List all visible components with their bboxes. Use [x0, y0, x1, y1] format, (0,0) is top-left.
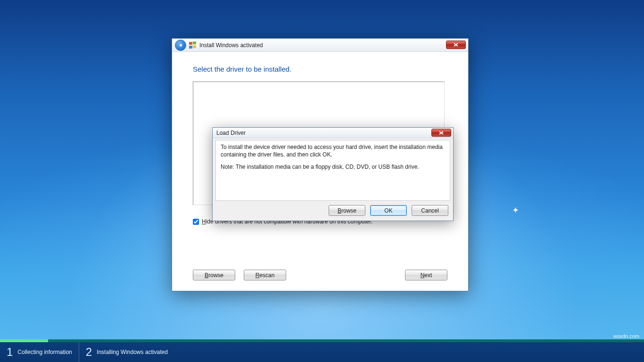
- browse-button[interactable]: Browse: [193, 270, 235, 280]
- dialog-ok-button[interactable]: OK: [370, 205, 407, 216]
- back-button[interactable]: [175, 40, 186, 51]
- hide-label-accel: H: [202, 218, 206, 225]
- close-icon: [454, 43, 458, 47]
- dialog-buttons: Browse OK Cancel: [329, 205, 448, 216]
- page-heading: Select the driver to be installed.: [193, 65, 447, 73]
- setup-steps-bar: 1 Collecting information 2 Installing Wi…: [0, 342, 644, 362]
- svg-rect-2: [189, 46, 192, 49]
- window-close-button[interactable]: [446, 41, 466, 49]
- step-separator: [79, 342, 79, 362]
- window-footer-buttons: Browse Rescan Next: [193, 270, 447, 280]
- window-titlebar: Install Windows activated: [172, 39, 468, 52]
- dialog-titlebar: Load Driver: [213, 128, 453, 138]
- window-title: Install Windows activated: [199, 42, 263, 49]
- decorative-bird: ✦: [512, 205, 519, 215]
- dialog-body: To install the device driver needed to a…: [215, 140, 450, 201]
- source-watermark: wsxdn.com: [613, 333, 639, 339]
- dialog-cancel-button[interactable]: Cancel: [412, 205, 448, 216]
- dialog-text-1: To install the device driver needed to a…: [221, 143, 445, 158]
- close-icon: [439, 131, 444, 135]
- rescan-button[interactable]: Rescan: [244, 270, 286, 280]
- load-driver-dialog: Load Driver To install the device driver…: [212, 127, 454, 221]
- svg-rect-3: [193, 45, 196, 48]
- svg-rect-1: [193, 41, 196, 44]
- windows-flag-icon: [189, 41, 197, 49]
- step-1-label: Collecting information: [17, 349, 72, 355]
- back-arrow-icon: [178, 42, 183, 48]
- step-2-label: Installing Windows activated: [97, 349, 168, 355]
- step-2-number: 2: [86, 346, 92, 359]
- dialog-browse-button[interactable]: Browse: [329, 205, 365, 216]
- desktop-background: ✦ Install Windows activated Select the d…: [0, 0, 644, 362]
- dialog-close-button[interactable]: [431, 129, 451, 137]
- hide-incompatible-checkbox[interactable]: [193, 219, 199, 225]
- dialog-text-2: Note: The installation media can be a fl…: [221, 163, 445, 171]
- next-button[interactable]: Next: [405, 270, 447, 280]
- dialog-title: Load Driver: [216, 130, 246, 136]
- svg-rect-0: [189, 42, 192, 45]
- step-1-number: 1: [7, 346, 13, 359]
